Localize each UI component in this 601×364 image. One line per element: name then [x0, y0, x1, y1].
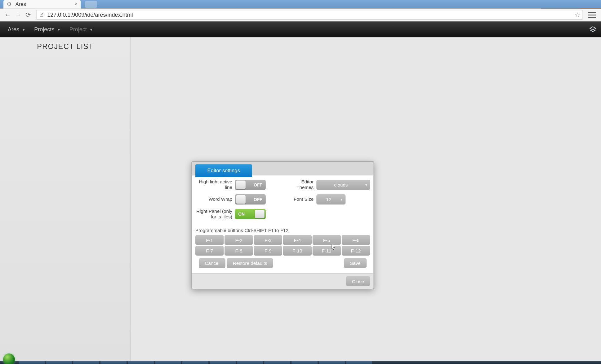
fkey-f7[interactable]: F-7	[195, 246, 224, 256]
app-menubar: Ares ▼ Projects ▼ Project ▼	[0, 21, 601, 37]
sidebar-title: PROJECT LIST	[0, 37, 131, 55]
fkey-f11[interactable]: F-11	[312, 246, 341, 256]
chevron-down-icon: ▼	[22, 27, 25, 32]
gear-icon	[7, 1, 13, 7]
layers-icon[interactable]	[588, 25, 597, 34]
highlight-label: High light active line	[195, 179, 232, 191]
cancel-button[interactable]: Cancel	[199, 258, 225, 268]
menu-ares[interactable]: Ares ▼	[3, 26, 30, 33]
dialog-body: High light active line OFF Word Wrap OFF	[192, 175, 374, 273]
fkey-f4[interactable]: F-4	[283, 235, 312, 245]
programmable-heading: Programmable buttons Ctrl-SHIFT F1 to F1…	[195, 228, 370, 233]
chevron-down-icon: ▼	[89, 27, 93, 32]
menu-project[interactable]: Project ▼	[65, 26, 97, 33]
dialog-action-row: Cancel Restore defaults Save	[195, 256, 370, 271]
fkey-grid: F-1 F-2 F-3 F-4 F-5 F-6 F-7 F-8 F-9 F-10…	[195, 235, 370, 256]
save-button[interactable]: Save	[344, 258, 367, 268]
menu-label: Ares	[8, 26, 19, 33]
fkey-f8[interactable]: F-8	[225, 246, 253, 256]
browser-tab[interactable]: Ares ×	[3, 0, 81, 9]
editor-settings-dialog: Editor settings High light active line O…	[191, 161, 374, 289]
browser-tabstrip: Ares ×	[0, 0, 601, 9]
taskbar-item[interactable]	[319, 361, 345, 364]
fkey-f3[interactable]: F-3	[254, 235, 283, 245]
fkey-f2[interactable]: F-2	[225, 235, 253, 245]
taskbar-item[interactable]	[210, 361, 236, 364]
font-size-select[interactable]: 12	[316, 194, 345, 204]
taskbar-item[interactable]	[292, 361, 318, 364]
menu-label: Projects	[34, 26, 54, 33]
menu-label: Project	[69, 26, 87, 33]
new-tab-button[interactable]	[85, 1, 97, 8]
page-icon: 🗎	[39, 11, 45, 18]
taskbar-item[interactable]	[73, 361, 99, 364]
dialog-tab-label: Editor settings	[207, 168, 240, 173]
taskbar-items	[19, 361, 539, 364]
rightpanel-toggle[interactable]: ON	[235, 209, 266, 219]
taskbar-item[interactable]	[46, 361, 72, 364]
taskbar-item[interactable]	[128, 361, 154, 364]
dialog-footer: Close	[192, 273, 374, 289]
wordwrap-label: Word Wrap	[195, 197, 232, 202]
fkey-f12[interactable]: F-12	[342, 246, 370, 256]
back-button[interactable]: ←	[2, 10, 13, 20]
toggle-state: OFF	[250, 197, 266, 202]
taskbar-item[interactable]	[237, 361, 263, 364]
editor-themes-select[interactable]: clouds	[316, 180, 370, 190]
browser-menu-button[interactable]	[588, 12, 596, 18]
menu-projects[interactable]: Projects ▼	[30, 26, 65, 33]
toggle-knob	[236, 195, 245, 204]
fontsize-label: Font Size	[285, 197, 314, 202]
toggle-state: ON	[235, 212, 248, 216]
project-sidebar: PROJECT LIST	[0, 37, 131, 364]
taskbar-item[interactable]	[19, 361, 45, 364]
select-value: 12	[326, 197, 331, 202]
toggle-state: OFF	[250, 182, 266, 187]
forward-button[interactable]: →	[13, 10, 23, 20]
wordwrap-toggle[interactable]: OFF	[235, 194, 266, 204]
browser-toolbar: ← → ⟳ 🗎 127.0.0.1:9009/ide/ares/index.ht…	[0, 9, 601, 22]
chevron-down-icon: ▼	[57, 27, 61, 32]
close-icon[interactable]: ×	[74, 1, 77, 7]
dialog-header: Editor settings	[192, 162, 374, 175]
url-text: 127.0.0.1:9009/ide/ares/index.html	[47, 11, 133, 18]
rightpanel-label: Right Panel (only for js files)	[195, 208, 232, 220]
windows-taskbar[interactable]	[0, 361, 601, 364]
address-bar[interactable]: 🗎 127.0.0.1:9009/ide/ares/index.html ☆	[36, 10, 583, 20]
highlight-toggle[interactable]: OFF	[235, 180, 266, 190]
close-button[interactable]: Close	[346, 276, 370, 286]
toggle-knob	[236, 181, 245, 189]
fkey-f9[interactable]: F-9	[254, 246, 283, 256]
start-button[interactable]	[3, 353, 15, 364]
bookmark-star-icon[interactable]: ☆	[574, 11, 580, 19]
fkey-f5[interactable]: F-5	[312, 235, 341, 245]
app-viewport: Ares ▼ Projects ▼ Project ▼ PROJECT LIST	[0, 21, 601, 364]
svg-marker-0	[590, 26, 596, 29]
tab-title: Ares	[16, 1, 26, 7]
dialog-tab-editor-settings[interactable]: Editor settings	[195, 164, 252, 177]
fkey-f6[interactable]: F-6	[342, 235, 370, 245]
taskbar-item[interactable]	[264, 361, 290, 364]
browser-window: Ares × ← → ⟳ 🗎 127.0.0.1:9009/ide/ares/i…	[0, 0, 601, 364]
select-value: clouds	[334, 182, 348, 187]
taskbar-item[interactable]	[155, 361, 181, 364]
toggle-knob	[255, 210, 264, 218]
fkey-f1[interactable]: F-1	[195, 235, 224, 245]
taskbar-item[interactable]	[100, 361, 127, 364]
taskbar-item[interactable]	[346, 361, 372, 364]
taskbar-item[interactable]	[182, 361, 208, 364]
restore-defaults-button[interactable]: Restore defaults	[227, 258, 273, 268]
fkey-f10[interactable]: F-10	[283, 246, 312, 256]
themes-label: Editor Themes	[285, 179, 314, 191]
reload-button[interactable]: ⟳	[23, 10, 33, 20]
